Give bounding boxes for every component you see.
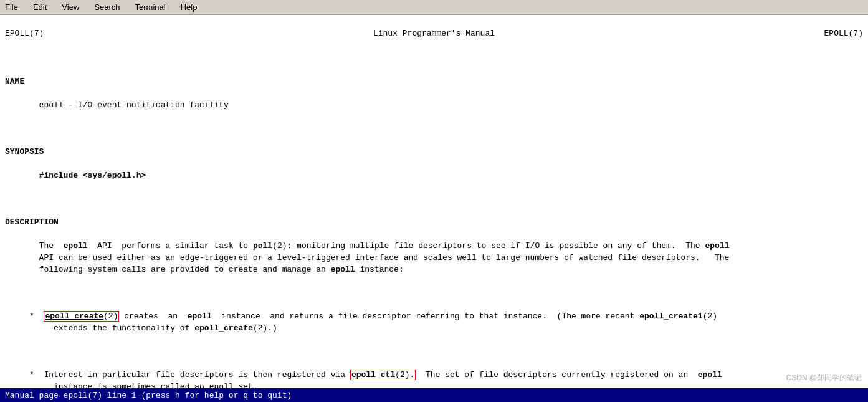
name-label: NAME (5, 77, 24, 86)
terminal-content: EPOLL(7) Linux Programmer's Manual EPOLL… (0, 15, 868, 388)
menu-bar: File Edit View Search Terminal Help (0, 0, 868, 15)
header-right: EPOLL(7) (824, 28, 863, 40)
description-section: DESCRIPTION (5, 217, 863, 229)
watermark: CSDN @郑同学的笔记 (786, 373, 862, 383)
menu-edit[interactable]: Edit (31, 2, 49, 12)
synopsis-text: #include <sys/epoll.h> (5, 170, 863, 182)
header-left: EPOLL(7) (5, 28, 44, 40)
menu-view[interactable]: View (59, 2, 82, 12)
epoll-bold-1: epoll (64, 241, 88, 251)
name-text: epoll - I/O event notification facility (5, 100, 863, 112)
epoll-create-text: epoll_create (45, 312, 103, 321)
bullet1: * epoll_create(2) creates an epoll insta… (5, 311, 863, 335)
epoll-create-bold2: epoll_create (194, 323, 253, 333)
epoll-bold-3: epoll (331, 265, 355, 274)
epoll-bold-b1: epoll (188, 312, 212, 321)
name-section: NAME (5, 76, 863, 88)
poll-bold: poll (253, 241, 272, 251)
epoll-bold-2: epoll (705, 241, 729, 251)
epoll-ctl-link[interactable]: epoll_ctl(2). (350, 370, 416, 380)
epoll-underline: epoll (209, 382, 234, 388)
synopsis-label: SYNOPSIS (5, 147, 44, 156)
bullet2: * Interest in particular file descriptor… (5, 370, 863, 388)
menu-terminal[interactable]: Terminal (133, 2, 168, 12)
synopsis-section: SYNOPSIS (5, 146, 863, 158)
manual-header: EPOLL(7) Linux Programmer's Manual EPOLL… (5, 27, 863, 41)
status-text: Manual page epoll(7) line 1 (press h for… (5, 391, 292, 400)
terminal-window: EPOLL(7) Linux Programmer's Manual EPOLL… (0, 15, 868, 402)
status-bar: Manual page epoll(7) line 1 (press h for… (0, 388, 868, 402)
epoll-create-link[interactable]: epoll_create(2) (44, 311, 119, 322)
menu-help[interactable]: Help (178, 2, 200, 12)
epoll-bold-b2: epoll (698, 370, 722, 380)
header-center: Linux Programmer's Manual (373, 28, 495, 40)
epoll-create1-bold: epoll_create1 (639, 312, 702, 321)
description-para1: The epoll API performs a similar task to… (5, 241, 863, 276)
menu-search[interactable]: Search (92, 2, 122, 12)
epoll-ctl-text: epoll_ctl (351, 370, 395, 380)
include-text: #include <sys/epoll.h> (39, 171, 146, 180)
menu-file[interactable]: File (2, 2, 21, 12)
description-label: DESCRIPTION (5, 218, 59, 227)
